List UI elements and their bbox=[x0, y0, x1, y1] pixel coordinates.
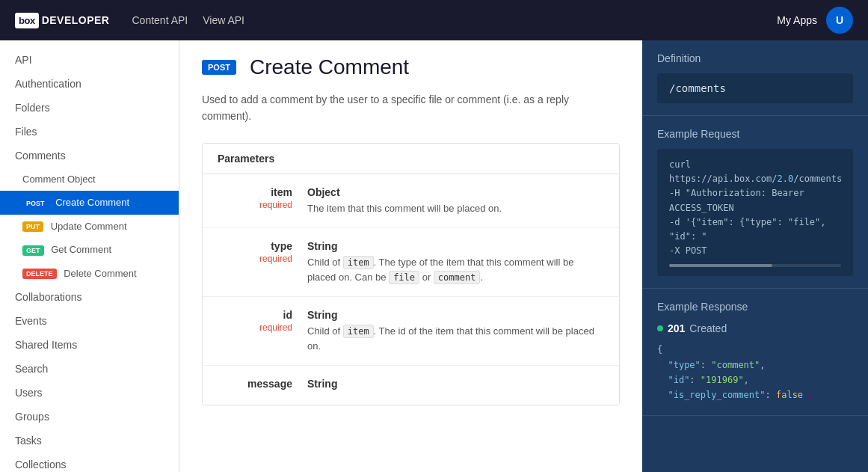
sidebar-item-delete-comment[interactable]: DELETE Delete Comment bbox=[0, 262, 179, 286]
param-desc-id: Child of item. The id of the item that t… bbox=[307, 324, 604, 353]
example-request-section: Example Request curl https://api.box.com… bbox=[642, 116, 868, 289]
status-text: Created bbox=[689, 322, 727, 334]
content-post-badge: POST bbox=[202, 60, 236, 75]
param-right-item: Object The item that this comment will b… bbox=[307, 186, 604, 216]
json-reply-line: "is_reply_comment": false bbox=[657, 387, 853, 402]
avatar[interactable]: U bbox=[826, 7, 853, 34]
parameters-box: Parameters item required Object The item… bbox=[202, 143, 620, 406]
param-required-item: required bbox=[259, 200, 292, 210]
main-layout: API Authentication Folders Files Comment… bbox=[0, 40, 868, 472]
sidebar-item-collaborations[interactable]: Collaborations bbox=[0, 285, 179, 309]
delete-badge: DELETE bbox=[22, 269, 57, 279]
param-required-id: required bbox=[259, 322, 292, 333]
param-right-type: String Child of item. The type of the it… bbox=[307, 240, 604, 284]
param-name-message: message bbox=[218, 378, 292, 390]
sidebar-item-comments[interactable]: Comments bbox=[0, 144, 179, 168]
sidebar-item-collections[interactable]: Collections bbox=[0, 453, 179, 472]
status-badge: 201 Created bbox=[657, 322, 727, 334]
nav-right: My Apps U bbox=[777, 7, 853, 34]
param-name-id: id bbox=[218, 309, 292, 321]
json-open-brace: { bbox=[657, 342, 853, 357]
my-apps-button[interactable]: My Apps bbox=[777, 14, 817, 26]
logo-box-text: box bbox=[15, 13, 39, 28]
param-left-item: item required bbox=[218, 186, 307, 216]
nav-content-api[interactable]: Content API bbox=[132, 14, 188, 26]
sidebar-item-authentication[interactable]: Authentication bbox=[0, 72, 179, 96]
sidebar-item-folders[interactable]: Folders bbox=[0, 96, 179, 120]
param-required-type: required bbox=[259, 254, 292, 264]
sidebar-item-events[interactable]: Events bbox=[0, 309, 179, 333]
definition-section: Definition /comments bbox=[642, 40, 868, 116]
param-name-item: item bbox=[218, 186, 292, 198]
sidebar-item-comment-object[interactable]: Comment Object bbox=[0, 168, 179, 191]
parameters-header: Parameters bbox=[203, 144, 619, 174]
sidebar-item-users[interactable]: Users bbox=[0, 381, 179, 405]
sidebar-item-api[interactable]: API bbox=[0, 48, 179, 72]
create-comment-label: Create Comment bbox=[55, 197, 129, 208]
status-dot bbox=[657, 325, 663, 331]
param-desc-item: The item that this comment will be place… bbox=[307, 201, 604, 216]
delete-comment-label: Delete Comment bbox=[64, 268, 137, 279]
sidebar-item-update-comment[interactable]: PUT Update Comment bbox=[0, 215, 179, 239]
inline-code-item-2: item bbox=[343, 325, 374, 338]
example-response-section: Example Response 201 Created { "type": "… bbox=[642, 289, 868, 416]
content-header: POST Create Comment bbox=[202, 55, 620, 79]
param-left-message: message bbox=[218, 378, 307, 393]
page-title: Create Comment bbox=[250, 55, 409, 79]
logo[interactable]: box DEVELOPER bbox=[15, 13, 109, 28]
sidebar-item-groups[interactable]: Groups bbox=[0, 405, 179, 429]
json-response-block: { "type": "comment", "id": "191969", "is… bbox=[657, 342, 853, 403]
param-type-message: String bbox=[307, 378, 604, 390]
post-badge: POST bbox=[22, 198, 49, 209]
sidebar-item-create-comment[interactable]: POST Create Comment bbox=[0, 191, 179, 215]
param-left-id: id required bbox=[218, 309, 307, 353]
param-type-type: String bbox=[307, 240, 604, 252]
nav-links: Content API View API bbox=[132, 14, 777, 26]
param-row-item: item required Object The item that this … bbox=[203, 174, 619, 229]
main-content: POST Create Comment Used to add a commen… bbox=[179, 40, 642, 472]
top-navigation: box DEVELOPER Content API View API My Ap… bbox=[0, 0, 868, 40]
sidebar: API Authentication Folders Files Comment… bbox=[0, 40, 179, 472]
sidebar-item-get-comment[interactable]: GET Get Comment bbox=[0, 238, 179, 262]
definition-box: /comments bbox=[657, 73, 853, 103]
example-request-title: Example Request bbox=[657, 128, 853, 140]
update-comment-label: Update Comment bbox=[51, 221, 127, 232]
definition-title: Definition bbox=[657, 52, 853, 64]
param-type-id: String bbox=[307, 309, 604, 321]
get-badge: GET bbox=[22, 245, 44, 256]
param-desc-type: Child of item. The type of the item that… bbox=[307, 255, 604, 284]
param-row-type: type required String Child of item. The … bbox=[203, 228, 619, 297]
status-code: 201 bbox=[668, 322, 685, 334]
param-right-message: String bbox=[307, 378, 604, 393]
param-row-id: id required String Child of item. The id… bbox=[203, 297, 619, 366]
scrollbar-thumb bbox=[669, 264, 772, 267]
content-description: Used to add a comment by the user to a s… bbox=[202, 91, 620, 125]
definition-value: /comments bbox=[669, 82, 726, 94]
logo-developer-text: DEVELOPER bbox=[42, 14, 110, 26]
inline-code-comment: comment bbox=[434, 271, 481, 284]
request-line-3: -d '{"item": {"type": "file", "id": " bbox=[669, 215, 841, 244]
param-name-type: type bbox=[218, 240, 292, 252]
get-comment-label: Get Comment bbox=[51, 244, 111, 255]
json-type-line: "type": "comment", bbox=[657, 358, 853, 373]
param-type-item: Object bbox=[307, 186, 604, 198]
inline-code-item-1: item bbox=[343, 256, 374, 269]
nav-view-api[interactable]: View API bbox=[203, 14, 244, 26]
put-badge: PUT bbox=[22, 221, 43, 232]
sidebar-item-shared-items[interactable]: Shared Items bbox=[0, 333, 179, 357]
param-left-type: type required bbox=[218, 240, 307, 284]
example-request-box: curl https://api.box.com/2.0/comments -H… bbox=[657, 149, 853, 276]
example-response-title: Example Response bbox=[657, 301, 853, 313]
right-panel: Definition /comments Example Request cur… bbox=[642, 40, 868, 472]
request-line-2: -H "Authorization: Bearer ACCESS_TOKEN bbox=[669, 186, 841, 215]
request-line-1: curl https://api.box.com/2.0/comments bbox=[669, 158, 841, 186]
param-row-message: message String bbox=[203, 366, 619, 405]
json-id-line: "id": "191969", bbox=[657, 373, 853, 387]
sidebar-item-files[interactable]: Files bbox=[0, 120, 179, 144]
request-line-4: -X POST bbox=[669, 244, 841, 258]
sidebar-item-search[interactable]: Search bbox=[0, 357, 179, 381]
sidebar-item-tasks[interactable]: Tasks bbox=[0, 429, 179, 453]
inline-code-file: file bbox=[389, 271, 419, 284]
param-right-id: String Child of item. The id of the item… bbox=[307, 309, 604, 353]
scrollbar-indicator[interactable] bbox=[669, 264, 841, 267]
